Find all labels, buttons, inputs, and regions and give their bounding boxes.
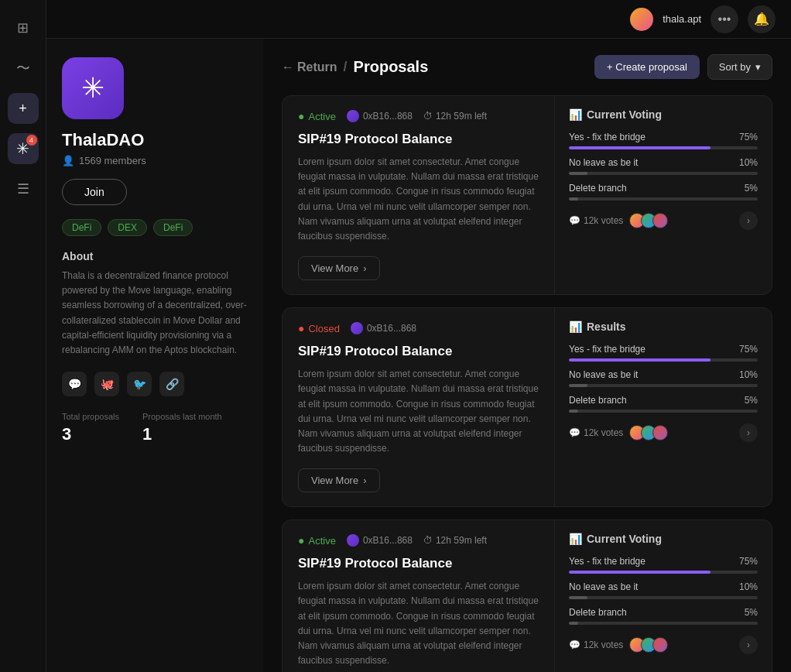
vote-option: Yes - fix the bridge 75%: [569, 132, 758, 149]
voter-avatar-3: [652, 425, 668, 441]
voting-footer: 💬 12k votes ›: [569, 423, 758, 442]
expand-button[interactable]: ›: [739, 423, 758, 442]
status-icon: ●: [298, 322, 304, 334]
expand-button[interactable]: ›: [739, 211, 758, 230]
sort-by-button[interactable]: Sort by ▾: [707, 54, 772, 80]
status-label: Closed: [308, 323, 339, 334]
sidebar-item-activity[interactable]: 〜: [8, 53, 39, 84]
time-badge: ⏱ 12h 59m left: [423, 535, 487, 546]
twitter-icon[interactable]: 🐦: [127, 372, 152, 396]
vote-bar-background: [569, 172, 758, 175]
status-badge: ● Active: [298, 110, 336, 122]
expand-button[interactable]: ›: [739, 636, 758, 654]
about-title: About: [62, 250, 248, 262]
address-badge: 0xB16...868: [347, 534, 413, 547]
person-icon: 👤: [62, 155, 74, 166]
view-more-label: View More: [311, 475, 358, 486]
proposal-card: ● Closed 0xB16...868 SIP#19 Protocol Bal…: [282, 307, 772, 507]
footer-left: 💬 12k votes: [569, 637, 668, 653]
return-label: Return: [297, 60, 337, 74]
voting-title: 📊 Current Voting: [569, 533, 758, 545]
vote-bar-background: [569, 410, 758, 413]
join-button[interactable]: Join: [62, 179, 127, 205]
proposals-area: ← Return / Proposals + Create proposal S…: [263, 39, 791, 672]
breadcrumb-separator: /: [344, 59, 348, 75]
proposal-left: ● Closed 0xB16...868 SIP#19 Protocol Bal…: [282, 308, 555, 506]
vote-option: Yes - fix the bridge 75%: [569, 556, 758, 574]
vote-pct: 10%: [739, 157, 758, 168]
create-proposal-button[interactable]: + Create proposal: [594, 55, 700, 79]
vote-option: Delete branch 5%: [569, 607, 758, 625]
vote-option: No leave as be it 10%: [569, 157, 758, 175]
address-text: 0xB16...868: [367, 323, 416, 334]
vote-bar-background: [569, 358, 758, 362]
vote-bar-fill: [569, 172, 587, 175]
stats-row: Total proposals 3 Proposals last month 1: [62, 412, 248, 444]
notification-button[interactable]: 🔔: [748, 5, 776, 33]
total-proposals-stat: Total proposals 3: [62, 412, 119, 444]
address-avatar: [351, 322, 363, 334]
address-text: 0xB16...868: [363, 111, 413, 122]
proposals-list: ● Active 0xB16...868 ⏱ 12h 59m left SIP#…: [282, 95, 772, 672]
sidebar-item-dao[interactable]: ✳ 4: [8, 133, 39, 164]
status-icon: ●: [298, 110, 304, 122]
voter-avatars: [629, 425, 668, 441]
votes-count: 💬 12k votes: [569, 215, 623, 226]
discord-icon[interactable]: 💬: [62, 372, 87, 396]
proposal-description: Lorem ipsum dolor sit amet consectetur. …: [298, 579, 539, 668]
address-badge: 0xB16...868: [351, 322, 416, 334]
voter-avatars: [629, 637, 668, 653]
voter-avatar-3: [652, 213, 668, 228]
vote-bar-fill: [569, 596, 587, 599]
top-bar: thala.apt ••• 🔔: [46, 0, 791, 39]
vote-label: Yes - fix the bridge: [569, 344, 645, 355]
sidebar-item-settings[interactable]: ☰: [8, 173, 39, 204]
proposal-card: ● Active 0xB16...868 ⏱ 12h 59m left SIP#…: [282, 95, 772, 295]
return-button[interactable]: ← Return: [282, 60, 337, 74]
link-icon[interactable]: 🔗: [159, 372, 184, 396]
proposal-title: SIP#19 Protocol Balance: [298, 556, 539, 571]
status-icon: ●: [298, 534, 304, 547]
proposal-right: 📊 Current Voting Yes - fix the bridge 75…: [555, 96, 772, 294]
vote-bar-background: [569, 197, 758, 201]
header-actions: + Create proposal Sort by ▾: [594, 54, 772, 80]
vote-pct: 5%: [745, 607, 758, 618]
proposal-right: 📊 Current Voting Yes - fix the bridge 75…: [555, 520, 772, 672]
dao-badge: 4: [26, 135, 37, 146]
vote-option: Delete branch 5%: [569, 395, 758, 413]
vote-bar-fill: [569, 384, 587, 387]
about-text: Thala is a decentralized finance protoco…: [62, 269, 248, 358]
voter-avatars: [629, 213, 668, 228]
members-count: 1569 members: [79, 155, 146, 166]
status-badge: ● Active: [298, 534, 336, 547]
total-proposals-value: 3: [62, 424, 119, 444]
vote-bar-fill: [569, 146, 711, 149]
view-more-button[interactable]: View More ›: [298, 468, 380, 492]
view-more-button[interactable]: View More ›: [298, 256, 380, 280]
votes-count: 💬 12k votes: [569, 427, 623, 438]
sidebar-item-add[interactable]: +: [8, 93, 39, 124]
status-badge: ● Closed: [298, 322, 340, 334]
voter-avatar-3: [652, 637, 668, 653]
sidebar-item-grid[interactable]: ⊞: [8, 12, 39, 43]
vote-label: No leave as be it: [569, 157, 638, 168]
proposal-left: ● Active 0xB16...868 ⏱ 12h 59m left SIP#…: [282, 96, 555, 294]
proposal-title: SIP#19 Protocol Balance: [298, 132, 539, 147]
vote-pct: 75%: [739, 132, 758, 142]
address-avatar: [347, 534, 359, 547]
more-button[interactable]: •••: [711, 5, 738, 33]
username-label: thala.apt: [663, 13, 701, 25]
address-text: 0xB16...868: [363, 535, 413, 546]
vote-label: Yes - fix the bridge: [569, 132, 645, 142]
proposal-card: ● Active 0xB16...868 ⏱ 12h 59m left SIP#…: [282, 519, 772, 672]
votes-count: 💬 12k votes: [569, 639, 623, 650]
tag-defi-2: DeFi: [153, 219, 193, 236]
vote-pct: 5%: [745, 183, 758, 194]
github-icon[interactable]: 🐙: [94, 372, 119, 396]
vote-bar-fill: [569, 571, 711, 574]
proposals-last-month-stat: Proposals last month 1: [142, 412, 222, 444]
breadcrumb: ← Return / Proposals: [282, 58, 428, 76]
voting-title: 📊 Current Voting: [569, 108, 758, 121]
proposals-header: ← Return / Proposals + Create proposal S…: [282, 54, 772, 80]
vote-pct: 75%: [739, 556, 758, 567]
